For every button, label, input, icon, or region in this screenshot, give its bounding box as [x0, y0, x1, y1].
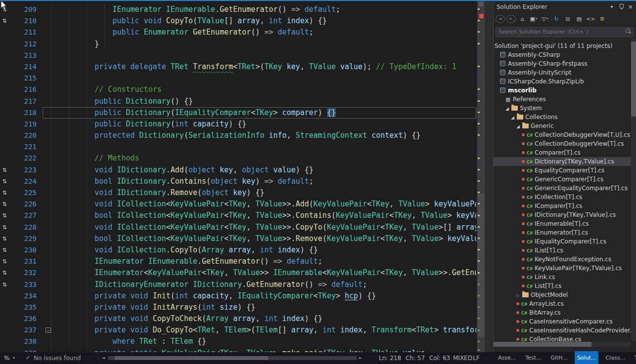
tree-item[interactable]: ▦References: [494, 95, 631, 104]
line-number[interactable]: 239: [9, 348, 43, 352]
expander-collapsed-icon[interactable]: ▷: [516, 291, 522, 300]
tree-item[interactable]: C#GenericEqualityComparer[T].cs: [494, 184, 631, 193]
tree-item[interactable]: C#IEnumerable[T].cs: [494, 219, 631, 228]
code-line[interactable]: ⇅227 bool ICollection<KeyValuePair<TKey,…: [0, 210, 476, 221]
line-number[interactable]: 228: [9, 222, 43, 233]
line-number[interactable]: 230: [9, 244, 43, 256]
code-line[interactable]: 218 public Dictionary(IEqualityComparer<…: [0, 107, 476, 119]
tree-item[interactable]: Assembly-CSharp-firstpass: [494, 59, 631, 68]
search-icon[interactable]: [626, 29, 630, 33]
line-number[interactable]: 233: [9, 279, 43, 290]
tree-item[interactable]: C#IComparer[T].cs: [494, 202, 631, 210]
tree-item[interactable]: C#CollectionDebuggerView[T,U].cs: [494, 130, 631, 139]
line-number[interactable]: 226: [9, 199, 43, 210]
code-editor[interactable]: ⇅209 IEnumerator IEnumerable.GetEnumerat…: [0, 1, 485, 352]
code-line[interactable]: 239 private static KeyValuePair<TKey, TV…: [0, 348, 476, 352]
code-view-icon[interactable]: <>: [586, 14, 595, 23]
tool-window-tab[interactable]: Tea...: [632, 351, 636, 364]
line-number[interactable]: 211: [9, 27, 43, 38]
code-line[interactable]: 234 private void Init(int capacity, IEqu…: [0, 290, 476, 302]
tree-vertical-scrollbar[interactable]: [631, 39, 636, 341]
tree-item[interactable]: C#KeyNotFoundException.cs: [494, 255, 631, 264]
collapse-all-icon[interactable]: ⊟: [563, 14, 573, 23]
editor-vertical-scrollbar[interactable]: [477, 1, 485, 352]
back-icon[interactable]: ◄: [496, 15, 505, 23]
line-number[interactable]: 209: [9, 4, 43, 15]
code-line[interactable]: 213: [0, 50, 476, 61]
interface-impl-icon[interactable]: ⇅: [0, 15, 9, 27]
expander-expanded-icon[interactable]: ◢: [505, 104, 511, 113]
zoom-control[interactable]: %: [4, 352, 9, 364]
code-line[interactable]: ⇅226 void ICollection<KeyValuePair<TKey,…: [0, 199, 476, 210]
line-number[interactable]: 231: [9, 256, 43, 267]
tree-item[interactable]: C#BitArray.cs: [494, 308, 631, 317]
interface-impl-icon[interactable]: ⇅: [0, 222, 9, 233]
interface-impl-icon[interactable]: ⇅: [0, 176, 9, 187]
interface-impl-icon[interactable]: ⇅: [0, 244, 9, 256]
fold-toggle-icon[interactable]: −: [45, 327, 51, 333]
line-number[interactable]: 238: [9, 336, 43, 347]
tool-window-tab[interactable]: Class...: [603, 351, 627, 364]
show-all-files-icon[interactable]: ▤: [574, 14, 584, 23]
tree-item[interactable]: mscorlib: [494, 86, 631, 95]
properties-icon[interactable]: ⚙: [597, 14, 607, 23]
interface-impl-icon[interactable]: ⇅: [0, 199, 9, 210]
tree-item[interactable]: ◢Collections: [494, 113, 631, 121]
panel-splitter[interactable]: [485, 1, 494, 352]
line-number[interactable]: 219: [9, 119, 43, 130]
line-number[interactable]: 215: [9, 73, 43, 84]
tree-item[interactable]: C#KeyValuePair[TKey,TValue].cs: [494, 264, 631, 273]
forward-icon[interactable]: ►: [506, 15, 516, 23]
code-line[interactable]: 236 private void CopyToCheck(Array array…: [0, 313, 476, 324]
code-line[interactable]: ⇅225 void IDictionary.Remove(object key)…: [0, 187, 476, 199]
tree-item[interactable]: C#ICollection[T].cs: [494, 193, 631, 202]
tool-window-tab[interactable]: Test...: [523, 351, 544, 364]
code-line[interactable]: 212 }: [0, 39, 476, 50]
tree-item[interactable]: C#EqualityComparer[T].cs: [494, 166, 631, 175]
interface-impl-icon[interactable]: ⇅: [0, 164, 9, 176]
tree-item[interactable]: Solution 'project-gui' (11 of 11 project…: [494, 41, 631, 50]
tree-item[interactable]: ◢Generic: [494, 121, 631, 130]
line-number[interactable]: 224: [9, 176, 43, 187]
code-line[interactable]: ⇅210 public void CopyTo(TValue[] array, …: [0, 15, 476, 27]
code-line[interactable]: 221: [0, 141, 476, 153]
code-line[interactable]: ⇅209 IEnumerator IEnumerable.GetEnumerat…: [0, 4, 476, 15]
code-line[interactable]: ⇅228 void ICollection<KeyValuePair<TKey,…: [0, 222, 476, 233]
code-line[interactable]: 219 public Dictionary(int capacity) {}: [0, 119, 476, 130]
pin-icon[interactable]: [619, 4, 623, 10]
tree-vertical-scrollbar-thumb[interactable]: [631, 41, 636, 117]
line-number[interactable]: 213: [9, 50, 43, 61]
line-number[interactable]: 235: [9, 302, 43, 313]
code-line[interactable]: 211 public Enumerator GetEnumerator() =>…: [0, 27, 476, 38]
code-line[interactable]: ⇅230 void ICollection.CopyTo(Array array…: [0, 244, 476, 256]
tree-item[interactable]: ◢System: [494, 104, 631, 113]
code-line[interactable]: 222 // Methods: [0, 153, 476, 164]
code-line[interactable]: 217 public Dictionary() {}: [0, 96, 476, 107]
tree-item[interactable]: C#ArrayList.cs: [494, 299, 631, 308]
tree-item[interactable]: Assembly-CSharp: [494, 50, 631, 59]
code-line[interactable]: ⇅232 IEnumerator<KeyValuePair<TKey, TVal…: [0, 267, 476, 279]
tree-item[interactable]: C#Dictionary[TKey,TValue].cs: [494, 157, 631, 166]
line-number[interactable]: 210: [9, 15, 43, 27]
editor-horizontal-scrollbar-thumb[interactable]: [115, 356, 268, 360]
tree-item[interactable]: C#CollectionDebuggerView[T].cs: [494, 139, 631, 148]
interface-impl-icon[interactable]: ⇅: [0, 279, 9, 290]
tree-item[interactable]: C#Link.cs: [494, 273, 631, 282]
refresh-icon[interactable]: ↻: [551, 14, 561, 23]
line-number[interactable]: 229: [9, 233, 43, 244]
tree-horizontal-scrollbar-thumb[interactable]: [494, 342, 591, 347]
tree-item[interactable]: Assembly-UnityScript: [494, 68, 631, 77]
code-line[interactable]: 237− private void Do_CopyTo<TRet, TElem>…: [0, 324, 476, 336]
expander-expanded-icon[interactable]: ◢: [516, 122, 522, 131]
code-line[interactable]: 220 protected Dictionary(SerializationIn…: [0, 130, 476, 141]
search-input[interactable]: [496, 27, 634, 37]
code-line[interactable]: ⇅223 void IDictionary.Add(object key, ob…: [0, 164, 476, 176]
tree-item[interactable]: ICSharpCode.SharpZipLib: [494, 77, 631, 86]
interface-impl-icon[interactable]: ⇅: [0, 256, 9, 267]
line-number[interactable]: 218: [9, 107, 43, 119]
health-status-text[interactable]: No issues found: [34, 352, 81, 364]
line-number[interactable]: 217: [9, 96, 43, 107]
line-number[interactable]: 220: [9, 130, 43, 141]
line-number[interactable]: 214: [9, 61, 43, 73]
code-line[interactable]: ⇅233 IDictionaryEnumerator IDictionary.G…: [0, 279, 476, 290]
